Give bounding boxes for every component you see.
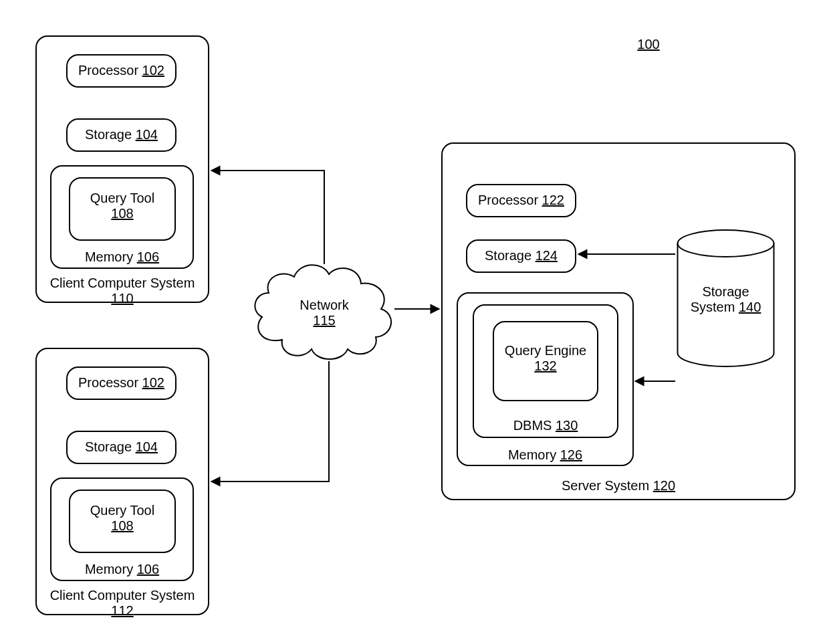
server-title: Server System 120 xyxy=(441,478,796,494)
client1-processor-label: Processor 102 xyxy=(66,63,176,78)
client2-memory-label: Memory 106 xyxy=(50,562,194,577)
client2-querytool-label: Query Tool108 xyxy=(69,503,176,534)
client2-title: Client Computer System112 xyxy=(35,588,209,619)
diagram-canvas: 100 Processor 102 Storage 104 Memory 106… xyxy=(0,0,829,644)
network-label: Network115 xyxy=(264,298,384,328)
server-processor-label: Processor 122 xyxy=(466,193,576,208)
client2-storage-label: Storage 104 xyxy=(66,439,176,455)
server-memory-label: Memory 126 xyxy=(457,447,634,463)
client1-querytool-label: Query Tool108 xyxy=(69,191,176,221)
figure-ref: 100 xyxy=(628,37,669,52)
storage-cylinder-label: Storage System 140 xyxy=(674,284,778,315)
server-dbms-label: DBMS 130 xyxy=(473,418,618,433)
svg-point-0 xyxy=(678,230,774,257)
server-storage-label: Storage 124 xyxy=(466,248,576,263)
client1-title: Client Computer System110 xyxy=(35,276,209,306)
client2-processor-label: Processor 102 xyxy=(66,375,176,391)
client1-memory-label: Memory 106 xyxy=(50,249,194,265)
client1-storage-label: Storage 104 xyxy=(66,127,176,142)
server-queryengine-label: Query Engine132 xyxy=(493,343,598,374)
